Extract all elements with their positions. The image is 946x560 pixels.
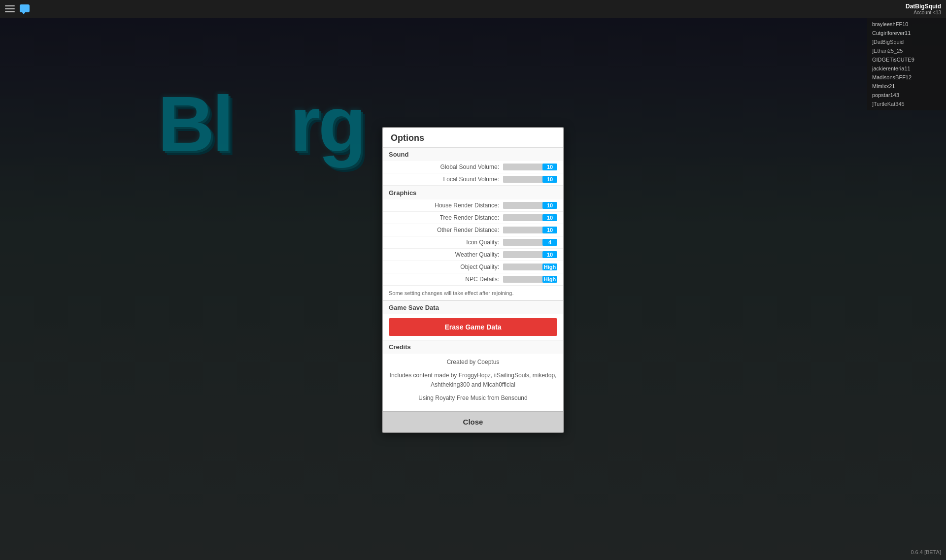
icon-quality-label: Icon Quality: — [389, 239, 499, 246]
object-quality-value: High — [542, 264, 557, 270]
local-sound-value: 10 — [542, 176, 557, 183]
close-button[interactable]: Close — [383, 412, 563, 432]
global-sound-slider[interactable]: 10 — [503, 164, 557, 170]
weather-quality-label: Weather Quality: — [389, 251, 499, 258]
local-sound-slider[interactable]: 10 — [503, 176, 557, 183]
weather-quality-row: Weather Quality: 10 — [383, 249, 563, 261]
other-render-slider[interactable]: 10 — [503, 227, 557, 233]
game-save-section: Erase Game Data — [383, 314, 563, 340]
tree-render-value: 10 — [542, 214, 557, 221]
house-render-value: 10 — [542, 202, 557, 209]
options-modal: Options Sound Global Sound Volume: 10 Lo… — [382, 127, 564, 433]
global-sound-value: 10 — [542, 164, 557, 170]
sound-section-header: Sound — [383, 148, 563, 161]
other-render-row: Other Render Distance: 10 — [383, 224, 563, 236]
other-render-value: 10 — [542, 227, 557, 233]
weather-quality-value: 10 — [542, 251, 557, 258]
global-sound-label: Global Sound Volume: — [389, 164, 499, 170]
modal-content[interactable]: Sound Global Sound Volume: 10 Local Soun… — [383, 148, 563, 411]
game-save-section-header: Game Save Data — [383, 300, 563, 314]
settings-notice: Some setting changes will take effect af… — [383, 286, 563, 300]
erase-game-data-button[interactable]: Erase Game Data — [389, 318, 557, 336]
global-sound-row: Global Sound Volume: 10 — [383, 161, 563, 173]
icon-quality-slider[interactable]: 4 — [503, 239, 557, 246]
npc-details-value: High — [542, 276, 557, 283]
icon-quality-value: 4 — [542, 239, 557, 246]
object-quality-control[interactable]: High — [503, 264, 557, 270]
tree-render-slider[interactable]: 10 — [503, 214, 557, 221]
modal-footer: Close — [383, 411, 563, 432]
modal-overlay: Options Sound Global Sound Volume: 10 Lo… — [0, 0, 946, 560]
local-sound-row: Local Sound Volume: 10 — [383, 173, 563, 186]
modal-title: Options — [383, 128, 563, 148]
tree-render-row: Tree Render Distance: 10 — [383, 212, 563, 224]
house-render-row: House Render Distance: 10 — [383, 199, 563, 212]
credits-line-3: Using Royalty Free Music from Bensound — [389, 394, 557, 403]
npc-details-control[interactable]: High — [503, 276, 557, 283]
tree-render-label: Tree Render Distance: — [389, 214, 499, 221]
object-quality-row: Object Quality: High — [383, 261, 563, 273]
credits-line-2: Includes content made by FroggyHopz, iiS… — [389, 371, 557, 390]
icon-quality-row: Icon Quality: 4 — [383, 236, 563, 249]
credits-line-1: Created by Coeptus — [389, 358, 557, 367]
weather-quality-slider[interactable]: 10 — [503, 251, 557, 258]
house-render-label: House Render Distance: — [389, 202, 499, 209]
local-sound-label: Local Sound Volume: — [389, 176, 499, 183]
graphics-section-header: Graphics — [383, 186, 563, 199]
npc-details-row: NPC Details: High — [383, 273, 563, 286]
house-render-slider[interactable]: 10 — [503, 202, 557, 209]
credits-section: Created by Coeptus Includes content made… — [383, 354, 563, 411]
object-quality-label: Object Quality: — [389, 264, 499, 270]
credits-section-header: Credits — [383, 340, 563, 354]
other-render-label: Other Render Distance: — [389, 227, 499, 233]
npc-details-label: NPC Details: — [389, 276, 499, 283]
